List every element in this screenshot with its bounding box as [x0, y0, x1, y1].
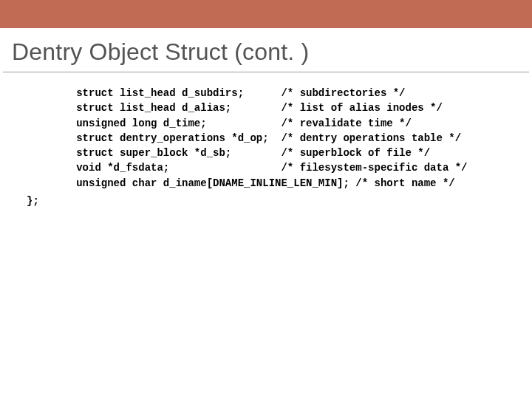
code-text: struct list_head d_subdirs; /* subdirect… — [27, 86, 532, 191]
struct-close: }; — [0, 191, 532, 207]
accent-bar — [0, 0, 532, 28]
slide: Dentry Object Struct (cont. ) struct lis… — [0, 0, 532, 399]
slide-title: Dentry Object Struct (cont. ) — [0, 28, 532, 72]
code-block: struct list_head d_subdirs; /* subdirect… — [0, 72, 532, 191]
